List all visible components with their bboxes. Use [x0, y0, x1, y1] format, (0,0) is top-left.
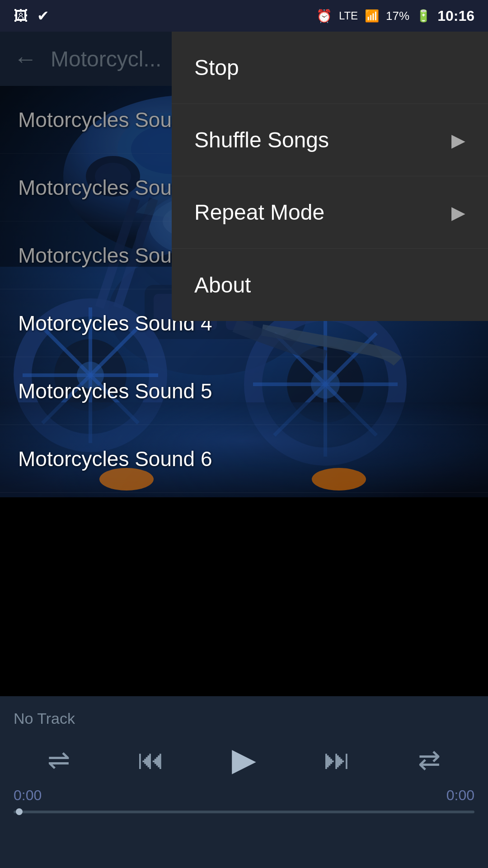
next-button[interactable]: ⏭	[324, 744, 351, 775]
status-icons-left: 🖼 ✔	[14, 7, 49, 24]
song-item-5[interactable]: Motorcycles Sound 5	[0, 357, 488, 425]
lte-label: LTE	[339, 9, 358, 22]
player-controls: ⇌ ⏮ ▶ ⏭ ⇄	[14, 741, 474, 778]
time-display: 10:16	[437, 8, 474, 24]
menu-item-repeat[interactable]: Repeat Mode ▶	[172, 176, 488, 249]
battery-percent: 17%	[386, 9, 409, 23]
repeat-button[interactable]: ⇄	[418, 744, 441, 775]
play-button[interactable]: ▶	[232, 741, 256, 778]
shuffle-button[interactable]: ⇌	[47, 744, 70, 775]
menu-stop-label: Stop	[194, 55, 239, 80]
check-icon: ✔	[37, 7, 49, 24]
menu-shuffle-label: Shuffle Songs	[194, 127, 329, 152]
progress-indicator	[16, 808, 23, 815]
menu-scrim[interactable]	[0, 32, 172, 267]
menu-repeat-label: Repeat Mode	[194, 200, 324, 225]
prev-button[interactable]: ⏮	[137, 744, 164, 775]
menu-item-stop[interactable]: Stop	[172, 32, 488, 104]
photo-icon: 🖼	[14, 8, 28, 24]
chevron-right-icon: ▶	[451, 130, 465, 151]
status-bar: 🖼 ✔ ⏰ LTE 📶 17% 🔋 10:16	[0, 0, 488, 32]
now-playing-label: No Track	[14, 705, 474, 732]
progress-bar[interactable]	[14, 811, 474, 813]
menu-about-label: About	[194, 273, 251, 297]
dropdown-menu: Stop Shuffle Songs ▶ Repeat Mode ▶ About	[172, 32, 488, 321]
time-end: 0:00	[446, 787, 474, 804]
alarm-icon: ⏰	[316, 9, 332, 24]
status-icons-right: ⏰ LTE 📶 17% 🔋 10:16	[316, 8, 474, 24]
battery-icon: 🔋	[416, 9, 431, 23]
chevron-right-icon-2: ▶	[451, 202, 465, 223]
menu-item-shuffle[interactable]: Shuffle Songs ▶	[172, 104, 488, 176]
bottom-player: No Track ⇌ ⏮ ▶ ⏭ ⇄ 0:00 0:00	[0, 696, 488, 868]
song-item-6[interactable]: Motorcycles Sound 6	[0, 425, 488, 493]
song-title-6: Motorcycles Sound 6	[18, 447, 212, 471]
song-title-5: Motorcycles Sound 5	[18, 379, 212, 403]
menu-item-about[interactable]: About	[172, 249, 488, 321]
time-row: 0:00 0:00	[14, 787, 474, 804]
signal-icon: 📶	[365, 9, 379, 23]
time-start: 0:00	[14, 787, 42, 804]
